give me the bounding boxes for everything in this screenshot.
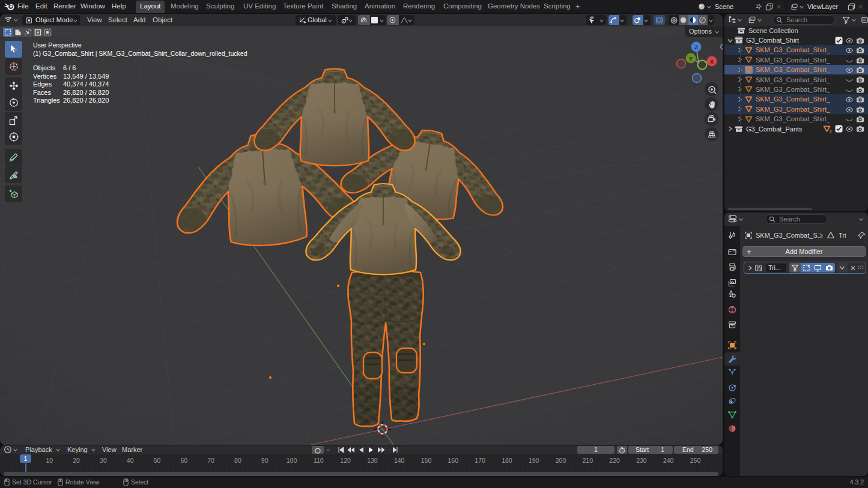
svg-text:X: X [710,59,714,65]
svg-text:Y: Y [689,56,693,62]
svg-text:Z: Z [694,44,698,50]
